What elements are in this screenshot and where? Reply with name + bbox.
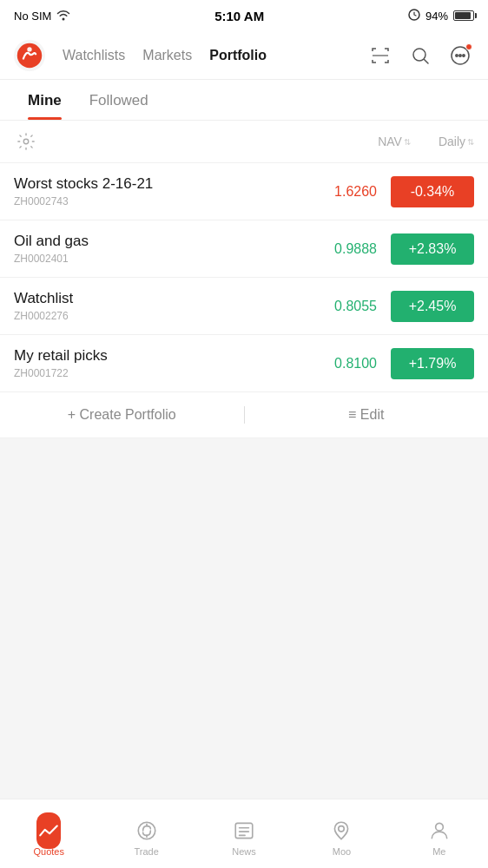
me-icon [427,819,452,843]
actions-row: + Create Portfolio ≡ Edit [0,392,488,438]
svg-point-3 [27,47,31,51]
portfolio-info: Oil and gas ZH0002401 [14,233,316,265]
portfolio-id: ZH0002401 [14,253,316,265]
svg-point-9 [463,54,465,56]
trade-label: Trade [134,846,158,857]
empty-area [0,438,488,733]
nav-bar: Watchlists Markets Portfolio [0,31,488,80]
portfolio-id: ZH0002743 [14,195,316,207]
portfolio-name: Oil and gas [14,233,316,250]
battery-icon [453,10,474,21]
daily-column-header[interactable]: Daily ⇅ [439,135,474,148]
portfolio-id: ZH0002276 [14,310,316,322]
tab-followed[interactable]: Followed [76,80,162,120]
me-label: Me [432,846,445,857]
nav-watchlists[interactable]: Watchlists [54,48,134,63]
edit-button[interactable]: ≡ Edit [245,407,489,423]
notification-dot [465,43,472,50]
svg-point-5 [413,49,425,61]
svg-point-2 [17,43,42,67]
bottom-nav: Quotes Trade News [0,799,488,868]
svg-point-18 [339,825,345,832]
battery-percent: 94% [425,10,448,23]
portfolio-nav-value: 0.8100 [316,356,377,372]
portfolio-nav-value: 0.8055 [316,299,377,314]
wifi-icon [56,9,70,23]
nav-portfolio[interactable]: Portfolio [201,48,275,63]
portfolio-item[interactable]: My retail picks ZH0001722 0.8100 +1.79% [0,335,488,392]
more-icon-button[interactable] [446,42,474,69]
app-logo[interactable] [14,40,45,71]
portfolio-id: ZH0001722 [14,367,316,379]
portfolio-name: My retail picks [14,347,316,365]
portfolio-name: Watchlist [14,290,316,307]
moo-icon [329,819,353,843]
bottom-nav-item-trade[interactable]: Trade [97,799,195,868]
portfolio-daily-badge: +2.83% [391,233,474,265]
portfolio-nav-value: 1.6260 [316,184,377,200]
screen-lock-icon [408,9,420,23]
bottom-nav-item-moo[interactable]: Moo [293,799,390,868]
portfolio-item[interactable]: Worst stocks 2-16-21 ZH0002743 1.6260 -0… [0,163,488,220]
table-header: NAV ⇅ Daily ⇅ [0,121,488,163]
moo-label: Moo [333,846,351,857]
portfolio-info: Watchlist ZH0002276 [14,290,316,322]
portfolio-list: Worst stocks 2-16-21 ZH0002743 1.6260 -0… [0,163,488,392]
news-icon [232,819,256,843]
create-portfolio-button[interactable]: + Create Portfolio [0,407,244,423]
portfolio-daily-badge: +2.45% [391,291,474,322]
nav-column-header[interactable]: NAV ⇅ [378,135,411,148]
scan-icon-button[interactable] [366,42,394,69]
portfolio-info: My retail picks ZH0001722 [14,347,316,379]
quotes-icon [36,819,61,843]
svg-point-10 [23,139,29,144]
carrier-label: No SIM [14,10,51,23]
search-icon-button[interactable] [406,42,434,69]
portfolio-info: Worst stocks 2-16-21 ZH0002743 [14,175,316,207]
svg-point-19 [435,823,443,831]
time-display: 5:10 AM [214,9,264,23]
portfolio-daily-badge: +1.79% [391,348,474,379]
settings-icon-button[interactable] [14,129,38,154]
nav-markets[interactable]: Markets [134,48,201,63]
portfolio-name: Worst stocks 2-16-21 [14,175,316,193]
trade-icon [135,819,159,843]
portfolio-item[interactable]: Watchlist ZH0002276 0.8055 +2.45% [0,278,488,335]
status-bar: No SIM 5:10 AM 94% [0,0,488,31]
svg-point-7 [456,54,458,56]
news-label: News [232,846,256,857]
bottom-nav-item-me[interactable]: Me [391,799,488,868]
tab-mine[interactable]: Mine [14,80,76,120]
svg-point-8 [459,54,461,56]
bottom-nav-item-news[interactable]: News [195,799,293,868]
tabs-bar: Mine Followed [0,80,488,121]
quotes-label: Quotes [33,846,63,857]
portfolio-nav-value: 0.9888 [316,241,377,257]
bottom-nav-item-quotes[interactable]: Quotes [0,799,97,868]
portfolio-item[interactable]: Oil and gas ZH0002401 0.9888 +2.83% [0,220,488,278]
portfolio-daily-badge: -0.34% [391,176,474,207]
content-area: NAV ⇅ Daily ⇅ Worst stocks 2-16-21 ZH000… [0,121,488,438]
